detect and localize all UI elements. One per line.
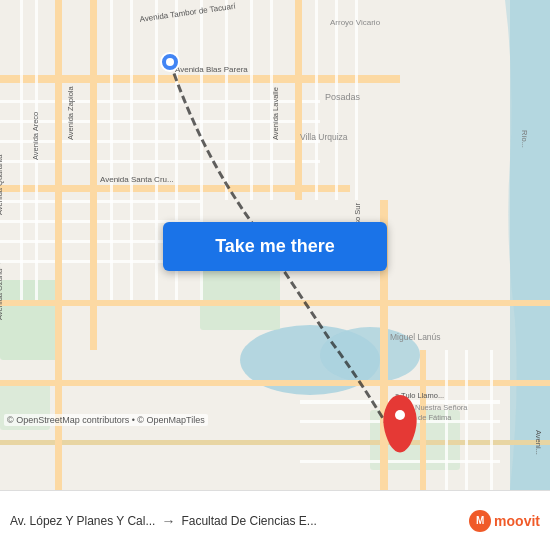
svg-text:de Fátima: de Fátima [418,413,452,422]
svg-rect-4 [0,280,60,360]
svg-text:Avenida Zapiola: Avenida Zapiola [66,86,75,140]
bottom-bar: Av. López Y Planes Y Cal... → Facultad D… [0,490,550,550]
svg-rect-29 [20,0,23,300]
svg-rect-39 [315,0,318,200]
map-container: Avenida Tambor de Tacuarí Avenida Blas P… [0,0,550,490]
svg-text:Arroyo Vicario: Arroyo Vicario [330,18,381,27]
route-info: Av. López Y Planes Y Cal... → Facultad D… [10,513,461,529]
svg-text:Río...: Río... [520,130,529,148]
moovit-icon: M [469,510,491,532]
svg-text:Posadas: Posadas [325,92,361,102]
svg-rect-33 [155,0,158,300]
svg-text:Villa Urquiza: Villa Urquiza [300,132,348,142]
svg-text:Avenida Lavalle: Avenida Lavalle [271,87,280,140]
svg-rect-17 [0,200,200,203]
svg-rect-23 [300,460,500,463]
destination-label: Facultad De Ciencias E... [181,514,316,528]
svg-rect-32 [130,0,133,300]
moovit-label: moovit [494,513,540,529]
svg-rect-26 [295,0,302,200]
svg-rect-37 [250,0,253,200]
svg-rect-43 [465,350,468,490]
take-me-there-button[interactable]: Take me there [163,222,387,271]
svg-rect-44 [490,350,493,490]
moovit-logo: M moovit [469,510,540,532]
svg-text:Avenida Santa Cru...: Avenida Santa Cru... [100,175,174,184]
svg-rect-25 [90,0,97,350]
svg-point-66 [166,58,174,66]
origin-label: Av. López Y Planes Y Cal... [10,514,155,528]
svg-text:Miguel Lanús: Miguel Lanús [390,332,441,342]
route-arrow-icon: → [161,513,175,529]
svg-text:Aveni...: Aveni... [534,430,543,455]
svg-text:Nuestra Señora: Nuestra Señora [415,403,468,412]
svg-point-67 [395,410,405,420]
svg-text:Avenida Quaranta: Avenida Quaranta [0,154,4,215]
svg-rect-31 [110,0,113,300]
svg-rect-10 [0,300,550,306]
svg-text:Avenida Blas Parera: Avenida Blas Parera [175,65,248,74]
svg-text:Avenida Areco: Avenida Areco [31,112,40,160]
map-attribution: © OpenStreetMap contributors • © OpenMap… [4,414,208,426]
svg-rect-36 [225,0,228,200]
svg-text:Avenida Ozuna: Avenida Ozuna [0,268,4,320]
